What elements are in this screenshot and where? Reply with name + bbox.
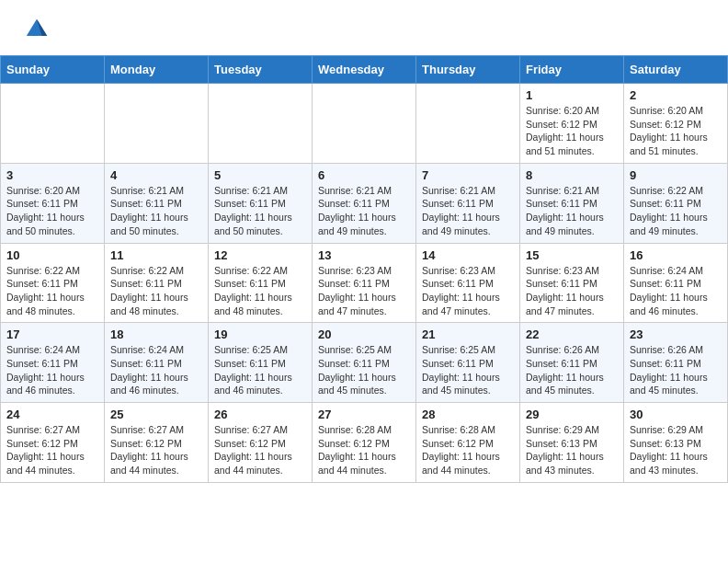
- calendar-cell: 3Sunrise: 6:20 AM Sunset: 6:11 PM Daylig…: [1, 163, 105, 243]
- weekday-header: Monday: [105, 56, 209, 84]
- day-number: 7: [422, 168, 514, 182]
- weekday-header: Friday: [520, 56, 624, 84]
- day-number: 16: [630, 248, 722, 262]
- day-info: Sunrise: 6:23 AM Sunset: 6:11 PM Dayligh…: [422, 264, 514, 318]
- calendar-cell: 8Sunrise: 6:21 AM Sunset: 6:11 PM Daylig…: [520, 163, 624, 243]
- day-info: Sunrise: 6:23 AM Sunset: 6:11 PM Dayligh…: [318, 264, 410, 318]
- calendar-cell: 17Sunrise: 6:24 AM Sunset: 6:11 PM Dayli…: [1, 323, 105, 403]
- day-number: 12: [214, 248, 306, 262]
- calendar-row: 3Sunrise: 6:20 AM Sunset: 6:11 PM Daylig…: [1, 163, 728, 243]
- day-number: 13: [318, 248, 410, 262]
- calendar-cell: 1Sunrise: 6:20 AM Sunset: 6:12 PM Daylig…: [520, 84, 624, 164]
- calendar-cell: 9Sunrise: 6:22 AM Sunset: 6:11 PM Daylig…: [624, 163, 728, 243]
- calendar-cell: 21Sunrise: 6:25 AM Sunset: 6:11 PM Dayli…: [416, 323, 520, 403]
- day-number: 19: [214, 327, 306, 341]
- calendar-cell: 30Sunrise: 6:29 AM Sunset: 6:13 PM Dayli…: [624, 403, 728, 483]
- calendar-cell: 26Sunrise: 6:27 AM Sunset: 6:12 PM Dayli…: [209, 403, 313, 483]
- day-info: Sunrise: 6:24 AM Sunset: 6:11 PM Dayligh…: [110, 343, 202, 397]
- day-info: Sunrise: 6:22 AM Sunset: 6:11 PM Dayligh…: [214, 264, 306, 318]
- day-info: Sunrise: 6:22 AM Sunset: 6:11 PM Dayligh…: [6, 264, 98, 318]
- day-number: 17: [6, 327, 98, 341]
- day-info: Sunrise: 6:21 AM Sunset: 6:11 PM Dayligh…: [422, 184, 514, 238]
- calendar-cell: [209, 84, 313, 164]
- day-info: Sunrise: 6:20 AM Sunset: 6:12 PM Dayligh…: [630, 104, 722, 158]
- day-number: 2: [630, 88, 722, 102]
- day-info: Sunrise: 6:21 AM Sunset: 6:11 PM Dayligh…: [110, 184, 202, 238]
- calendar-cell: 2Sunrise: 6:20 AM Sunset: 6:12 PM Daylig…: [624, 84, 728, 164]
- calendar-cell: 10Sunrise: 6:22 AM Sunset: 6:11 PM Dayli…: [1, 243, 105, 323]
- calendar-cell: 20Sunrise: 6:25 AM Sunset: 6:11 PM Dayli…: [313, 323, 416, 403]
- weekday-header: Thursday: [416, 56, 520, 84]
- calendar-table: SundayMondayTuesdayWednesdayThursdayFrid…: [0, 55, 728, 483]
- day-info: Sunrise: 6:21 AM Sunset: 6:11 PM Dayligh…: [214, 184, 306, 238]
- calendar-cell: 23Sunrise: 6:26 AM Sunset: 6:11 PM Dayli…: [624, 323, 728, 403]
- day-number: 21: [422, 327, 514, 341]
- calendar-cell: 12Sunrise: 6:22 AM Sunset: 6:11 PM Dayli…: [209, 243, 313, 323]
- weekday-header: Tuesday: [209, 56, 313, 84]
- calendar-cell: 5Sunrise: 6:21 AM Sunset: 6:11 PM Daylig…: [209, 163, 313, 243]
- day-number: 27: [318, 408, 410, 421]
- day-number: 11: [110, 248, 202, 262]
- day-info: Sunrise: 6:28 AM Sunset: 6:12 PM Dayligh…: [422, 423, 514, 477]
- day-info: Sunrise: 6:29 AM Sunset: 6:13 PM Dayligh…: [526, 423, 618, 477]
- day-number: 15: [526, 248, 618, 262]
- calendar-cell: 27Sunrise: 6:28 AM Sunset: 6:12 PM Dayli…: [313, 403, 416, 483]
- day-number: 26: [214, 408, 306, 421]
- calendar-cell: 4Sunrise: 6:21 AM Sunset: 6:11 PM Daylig…: [105, 163, 209, 243]
- weekday-header: Saturday: [624, 56, 728, 84]
- calendar-row: 17Sunrise: 6:24 AM Sunset: 6:11 PM Dayli…: [1, 323, 728, 403]
- day-number: 6: [318, 168, 410, 182]
- day-info: Sunrise: 6:27 AM Sunset: 6:12 PM Dayligh…: [110, 423, 202, 477]
- day-info: Sunrise: 6:22 AM Sunset: 6:11 PM Dayligh…: [110, 264, 202, 318]
- day-number: 14: [422, 248, 514, 262]
- day-info: Sunrise: 6:25 AM Sunset: 6:11 PM Dayligh…: [214, 343, 306, 397]
- calendar-cell: [105, 84, 209, 164]
- day-info: Sunrise: 6:25 AM Sunset: 6:11 PM Dayligh…: [318, 343, 410, 397]
- day-info: Sunrise: 6:27 AM Sunset: 6:12 PM Dayligh…: [6, 423, 98, 477]
- day-number: 3: [6, 168, 98, 182]
- logo-icon: [24, 17, 50, 42]
- day-info: Sunrise: 6:23 AM Sunset: 6:11 PM Dayligh…: [526, 264, 618, 318]
- day-number: 4: [110, 168, 202, 182]
- day-info: Sunrise: 6:26 AM Sunset: 6:11 PM Dayligh…: [526, 343, 618, 397]
- day-info: Sunrise: 6:29 AM Sunset: 6:13 PM Dayligh…: [630, 423, 722, 477]
- day-number: 23: [630, 327, 722, 341]
- day-info: Sunrise: 6:21 AM Sunset: 6:11 PM Dayligh…: [318, 184, 410, 238]
- calendar-cell: 28Sunrise: 6:28 AM Sunset: 6:12 PM Dayli…: [416, 403, 520, 483]
- day-number: 18: [110, 327, 202, 341]
- calendar-cell: [416, 84, 520, 164]
- calendar-row: 10Sunrise: 6:22 AM Sunset: 6:11 PM Dayli…: [1, 243, 728, 323]
- calendar-cell: 24Sunrise: 6:27 AM Sunset: 6:12 PM Dayli…: [1, 403, 105, 483]
- day-number: 24: [6, 408, 98, 421]
- calendar-cell: 25Sunrise: 6:27 AM Sunset: 6:12 PM Dayli…: [105, 403, 209, 483]
- day-number: 20: [318, 327, 410, 341]
- day-number: 30: [630, 408, 722, 421]
- calendar-cell: 16Sunrise: 6:24 AM Sunset: 6:11 PM Dayli…: [624, 243, 728, 323]
- weekday-header: Sunday: [1, 56, 105, 84]
- day-info: Sunrise: 6:28 AM Sunset: 6:12 PM Dayligh…: [318, 423, 410, 477]
- calendar-cell: 22Sunrise: 6:26 AM Sunset: 6:11 PM Dayli…: [520, 323, 624, 403]
- day-info: Sunrise: 6:20 AM Sunset: 6:12 PM Dayligh…: [526, 104, 618, 158]
- day-info: Sunrise: 6:25 AM Sunset: 6:11 PM Dayligh…: [422, 343, 514, 397]
- calendar-cell: 13Sunrise: 6:23 AM Sunset: 6:11 PM Dayli…: [313, 243, 416, 323]
- page-header: [0, 0, 728, 55]
- day-number: 9: [630, 168, 722, 182]
- day-info: Sunrise: 6:24 AM Sunset: 6:11 PM Dayligh…: [6, 343, 98, 397]
- day-info: Sunrise: 6:22 AM Sunset: 6:11 PM Dayligh…: [630, 184, 722, 238]
- day-info: Sunrise: 6:27 AM Sunset: 6:12 PM Dayligh…: [214, 423, 306, 477]
- calendar-cell: 11Sunrise: 6:22 AM Sunset: 6:11 PM Dayli…: [105, 243, 209, 323]
- calendar-cell: 18Sunrise: 6:24 AM Sunset: 6:11 PM Dayli…: [105, 323, 209, 403]
- calendar-cell: 6Sunrise: 6:21 AM Sunset: 6:11 PM Daylig…: [313, 163, 416, 243]
- logo: [22, 17, 53, 46]
- calendar-cell: 15Sunrise: 6:23 AM Sunset: 6:11 PM Dayli…: [520, 243, 624, 323]
- day-number: 10: [6, 248, 98, 262]
- day-number: 28: [422, 408, 514, 421]
- calendar-cell: [1, 84, 105, 164]
- day-number: 25: [110, 408, 202, 421]
- day-info: Sunrise: 6:20 AM Sunset: 6:11 PM Dayligh…: [6, 184, 98, 238]
- calendar-cell: 19Sunrise: 6:25 AM Sunset: 6:11 PM Dayli…: [209, 323, 313, 403]
- calendar-cell: 7Sunrise: 6:21 AM Sunset: 6:11 PM Daylig…: [416, 163, 520, 243]
- day-number: 1: [526, 88, 618, 102]
- calendar-row: 1Sunrise: 6:20 AM Sunset: 6:12 PM Daylig…: [1, 84, 728, 164]
- calendar-cell: 14Sunrise: 6:23 AM Sunset: 6:11 PM Dayli…: [416, 243, 520, 323]
